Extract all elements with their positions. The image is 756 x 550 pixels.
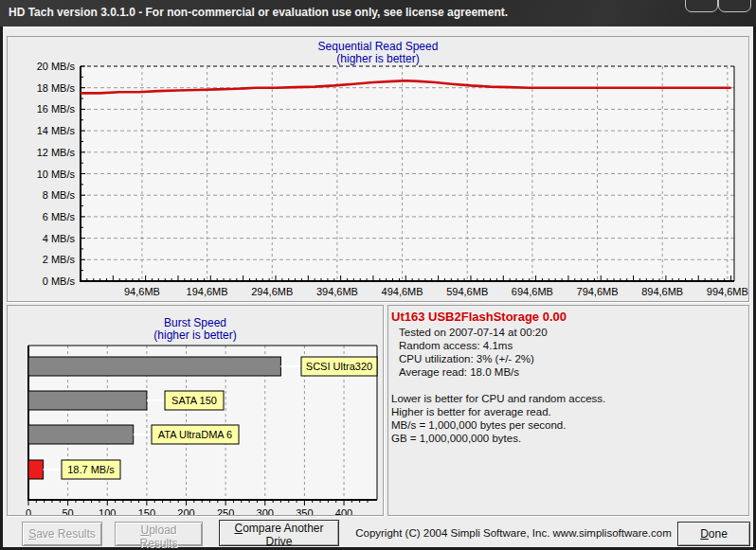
svg-text:300: 300 <box>257 507 274 515</box>
svg-text:894,6MB: 894,6MB <box>641 286 683 297</box>
note-gb-definition: GB = 1,000,000,000 bytes. <box>391 432 748 445</box>
svg-text:250: 250 <box>217 507 234 515</box>
svg-text:94,6MB: 94,6MB <box>124 286 160 297</box>
note-lower-better: Lower is better for CPU and random acces… <box>391 392 748 405</box>
copyright-text: Copyright (C) 2004 Simpli Software, Inc.… <box>353 527 674 539</box>
svg-text:150: 150 <box>138 507 155 515</box>
window-title: HD Tach version 3.0.1.0 - For non-commer… <box>9 6 508 19</box>
tested-on-line: Tested on 2007-07-14 at 00:20 <box>399 326 748 339</box>
svg-text:18 MB/s: 18 MB/s <box>37 82 76 94</box>
svg-text:400: 400 <box>335 507 352 515</box>
svg-text:694,6MB: 694,6MB <box>512 286 553 297</box>
save-results-button[interactable]: Save Results <box>22 522 102 546</box>
svg-text:794,6MB: 794,6MB <box>577 286 619 297</box>
main-content: Sequential Read Speed (higher is better)… <box>3 27 753 547</box>
cpu-utilization-line: CPU utilization: 3% (+/- 2%) <box>399 352 748 365</box>
svg-text:294,6MB: 294,6MB <box>251 286 293 297</box>
svg-text:594,6MB: 594,6MB <box>446 286 488 297</box>
hdtach-window: HD Tach version 3.0.1.0 - For non-commer… <box>0 0 756 550</box>
svg-text:ATA UltraDMA 6: ATA UltraDMA 6 <box>158 429 232 440</box>
svg-text:394,6MB: 394,6MB <box>316 286 358 297</box>
svg-text:494,6MB: 494,6MB <box>382 286 423 297</box>
svg-text:14 MB/s: 14 MB/s <box>37 125 76 136</box>
window-button-right[interactable] <box>718 0 751 12</box>
svg-text:8 MB/s: 8 MB/s <box>43 189 76 201</box>
average-read-line: Average read: 18.0 MB/s <box>399 365 748 379</box>
svg-text:10 MB/s: 10 MB/s <box>37 169 76 180</box>
svg-text:994,6MB: 994,6MB <box>707 286 748 297</box>
note-higher-better: Higher is better for average read. <box>391 405 748 418</box>
svg-text:2 MB/s: 2 MB/s <box>43 254 76 265</box>
random-access-line: Random access: 4.1ms <box>399 339 748 352</box>
drive-name: Ut163 USB2FlashStorage 0.00 <box>391 310 748 324</box>
svg-text:350: 350 <box>296 507 313 515</box>
sequential-read-chart: 20 MB/s18 MB/s16 MB/s14 MB/s12 MB/s10 MB… <box>8 37 748 301</box>
upload-results-button[interactable]: Upload Results <box>115 522 203 546</box>
svg-text:6 MB/s: 6 MB/s <box>43 211 76 222</box>
sequential-read-panel: Sequential Read Speed (higher is better)… <box>7 36 749 302</box>
burst-speed-panel: Burst Speed (higher is better) SCSI Ultr… <box>7 305 384 516</box>
svg-text:200: 200 <box>177 507 194 515</box>
svg-text:194,6MB: 194,6MB <box>187 286 228 297</box>
svg-text:0: 0 <box>26 507 31 515</box>
titlebar: HD Tach version 3.0.1.0 - For non-commer… <box>0 0 756 27</box>
compare-another-drive-button[interactable]: Compare Another Drive <box>219 520 339 546</box>
done-button[interactable]: Done <box>677 522 750 546</box>
svg-text:100: 100 <box>99 507 116 515</box>
window-button-left[interactable] <box>685 0 718 12</box>
svg-text:50: 50 <box>63 507 74 515</box>
note-mbs-definition: MB/s = 1,000,000 bytes per second. <box>391 418 748 432</box>
svg-text:18.7 MB/s: 18.7 MB/s <box>67 464 115 475</box>
burst-speed-chart: SCSI Ultra320SATA 150ATA UltraDMA 618.7 … <box>8 306 383 515</box>
svg-text:16 MB/s: 16 MB/s <box>37 103 76 115</box>
svg-text:SATA 150: SATA 150 <box>171 395 217 406</box>
svg-text:SCSI Ultra320: SCSI Ultra320 <box>306 361 372 372</box>
drive-info-panel: Ut163 USB2FlashStorage 0.00 Tested on 20… <box>387 305 749 516</box>
svg-text:20 MB/s: 20 MB/s <box>37 61 76 72</box>
svg-text:4 MB/s: 4 MB/s <box>43 233 76 244</box>
svg-text:12 MB/s: 12 MB/s <box>37 147 76 158</box>
svg-text:0 MB/s: 0 MB/s <box>43 275 76 287</box>
